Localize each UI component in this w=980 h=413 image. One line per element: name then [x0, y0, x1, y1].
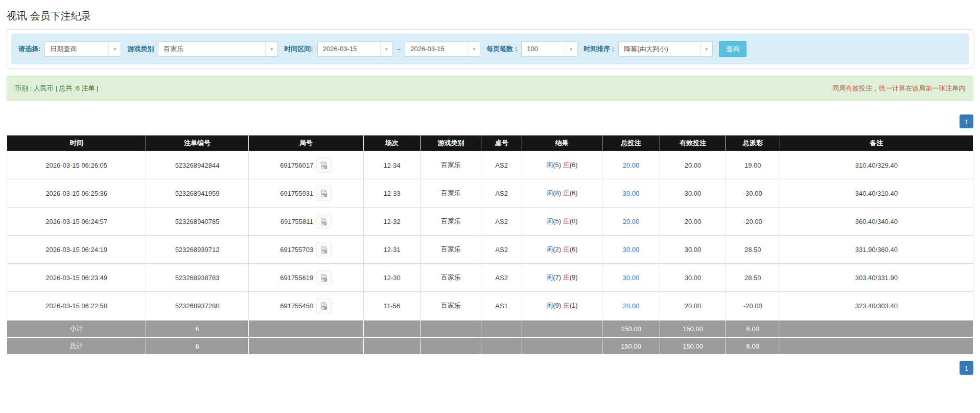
total-bet-link[interactable]: 20.00: [623, 162, 640, 169]
chevron-down-icon: ▼: [468, 42, 480, 56]
cell-round-id: 691756017: [248, 151, 363, 179]
cell-game-type: 百家乐: [421, 264, 481, 292]
time-sort-select[interactable]: 降冪(由大到小) ▼: [618, 41, 713, 57]
sum-empty: [421, 320, 481, 337]
result-player-score: (5): [553, 161, 563, 169]
cell-payout: -20.00: [726, 208, 780, 236]
time-range-label: 时间区间:: [284, 44, 313, 54]
pagination-page-button[interactable]: 1: [960, 361, 973, 375]
cell-result: 闲(2) 庄(6): [522, 236, 602, 264]
round-id-value: 691756017: [280, 162, 313, 169]
cell-bet-id: 523268942844: [146, 151, 248, 179]
result-banker-score: (6): [570, 245, 578, 253]
cell-payout: 19.00: [726, 151, 780, 179]
result-player-label: 闲: [546, 302, 553, 309]
time-sort-value: 降冪(由大到小): [619, 42, 700, 56]
total-bet-link[interactable]: 30.00: [623, 274, 640, 282]
result-player-label: 闲: [546, 217, 553, 225]
cell-table-no: AS2: [481, 151, 522, 179]
cell-table-no: AS2: [481, 179, 522, 208]
video-file-icon-button[interactable]: [316, 270, 332, 285]
result-banker-label: 庄: [563, 273, 570, 281]
sum-label: 总计: [7, 337, 146, 355]
sum-empty: [363, 320, 421, 337]
sum-payout: 6.00: [726, 337, 780, 355]
sum-count: 6: [146, 337, 248, 355]
cell-payout: -20.00: [726, 292, 780, 320]
video-file-icon-button[interactable]: [316, 298, 332, 313]
cell-time: 2026-03-15 06:25:36: [7, 179, 146, 208]
cell-result: 闲(5) 庄(0): [522, 208, 602, 236]
table-row: 2026-03-15 06:25:36523268941959691755931…: [7, 179, 973, 208]
cell-total-bet: 20.00: [602, 151, 660, 179]
cell-remark: 331.90/360.40: [780, 236, 973, 264]
cell-bet-id: 523268939712: [146, 236, 248, 264]
round-id-group: 691755931: [280, 186, 332, 201]
round-id-group: 691755450: [280, 298, 332, 313]
total-bet-link[interactable]: 20.00: [623, 218, 640, 225]
result-banker-score: (0): [570, 217, 578, 225]
sum-empty: [421, 337, 481, 355]
currency-total-text: 币别 : 人民币 | 总共 :6 注单 |: [15, 84, 99, 93]
video-file-icon-button[interactable]: [316, 214, 332, 229]
sum-count: 6: [146, 320, 248, 337]
sum-empty: [481, 337, 522, 355]
result-player-label: 闲: [546, 273, 553, 281]
cell-table-no: AS1: [481, 292, 522, 320]
cell-remark: 310.40/329.40: [780, 151, 973, 179]
chevron-down-icon: ▼: [700, 42, 712, 56]
cell-time: 2026-03-15 06:24:19: [7, 236, 146, 264]
video-file-icon-button[interactable]: [316, 157, 332, 173]
cell-round-id: 691755931: [248, 179, 363, 208]
per-page-select[interactable]: 100 ▼: [521, 41, 577, 57]
total-row: 总计6150.00150.006.00: [7, 337, 973, 355]
total-bet-link[interactable]: 30.00: [623, 246, 640, 254]
total-bet-link[interactable]: 20.00: [623, 302, 640, 310]
cell-session: 12-32: [363, 208, 421, 236]
pagination-page-button[interactable]: 1: [960, 114, 973, 128]
result-player-score: (5): [553, 217, 563, 225]
cell-result: 闲(5) 庄(6): [522, 151, 602, 179]
header-payout: 总派彩: [726, 135, 780, 151]
date-from-value: 2026-03-15: [318, 42, 380, 56]
cell-remark: 340.40/310.40: [780, 179, 973, 208]
video-file-icon-button[interactable]: [316, 186, 332, 201]
result-player-score: (7): [553, 273, 563, 281]
result-player-label: 闲: [546, 189, 553, 197]
filter-bar: 请选择: 日期查询 ▼ 游戏类别 百家乐 ▼ 时间区间: 2026-03-15 …: [11, 34, 969, 64]
round-id-group: 691755703: [280, 242, 332, 257]
cell-total-bet: 20.00: [602, 292, 660, 320]
video-file-icon-button[interactable]: [316, 242, 332, 257]
date-from-select[interactable]: 2026-03-15 ▼: [317, 41, 393, 57]
round-id-group: 691755811: [281, 214, 332, 229]
cell-session: 11-56: [363, 292, 421, 320]
sum-empty: [780, 320, 973, 337]
subtotal-row: 小计6150.00150.006.00: [7, 320, 973, 337]
result-banker-score: (6): [570, 161, 578, 169]
result-player-score: (9): [553, 302, 563, 309]
result-player-score: (2): [553, 245, 563, 253]
header-round-id: 局号: [248, 135, 363, 151]
result-banker-label: 庄: [563, 302, 570, 309]
result-player-score: (8): [553, 189, 563, 197]
cell-table-no: AS2: [481, 236, 522, 264]
cell-time: 2026-03-15 06:23:49: [7, 264, 146, 292]
video-file-icon: [320, 161, 329, 170]
total-bet-link[interactable]: 30.00: [623, 190, 640, 197]
cell-valid-bet: 20.00: [660, 208, 726, 236]
date-to-select[interactable]: 2026-03-15 ▼: [405, 41, 480, 57]
search-button[interactable]: 查询: [719, 41, 746, 57]
game-type-select[interactable]: 百家乐 ▼: [158, 41, 278, 57]
cell-round-id: 691755703: [248, 236, 363, 264]
header-total-bet: 总投注: [602, 135, 660, 151]
chevron-down-icon: ▼: [380, 42, 392, 56]
header-session: 场次: [363, 135, 421, 151]
query-mode-select[interactable]: 日期查询 ▼: [44, 41, 121, 57]
cell-payout: 28.50: [726, 264, 780, 292]
cell-valid-bet: 20.00: [660, 292, 726, 320]
sum-valid-bet: 150.00: [660, 320, 726, 337]
table-row: 2026-03-15 06:22:58523268937280691755450…: [7, 292, 973, 320]
sum-empty: [522, 337, 602, 355]
cell-total-bet: 30.00: [602, 179, 660, 208]
cell-total-bet: 30.00: [602, 236, 660, 264]
